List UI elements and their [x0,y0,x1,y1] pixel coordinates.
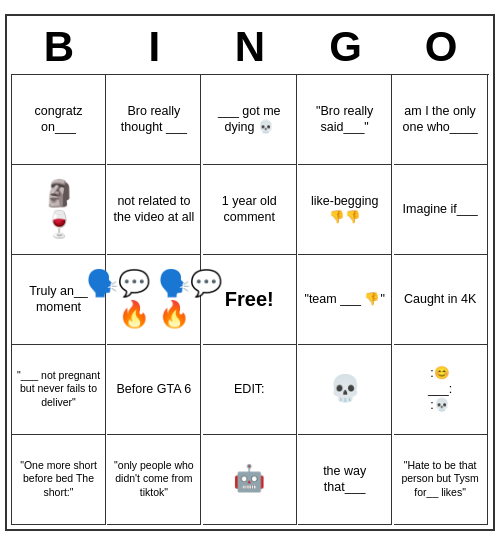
letter-i: I [107,26,201,68]
bingo-card: B I N G O congratz on___Bro really thoug… [5,14,495,531]
cell-text-r1c2: 1 year old comment [207,193,292,226]
cell-r1c0: 🗿 🍷 [12,165,106,255]
cell-text-r3c1: Before GTA 6 [116,381,191,397]
cell-text-r1c4: Imagine if___ [403,201,478,217]
cell-text-r3c4: :😊 ___: :💀 [428,365,452,414]
cell-r3c4: :😊 ___: :💀 [394,345,488,435]
cell-r3c1: Before GTA 6 [107,345,201,435]
cell-r1c4: Imagine if___ [394,165,488,255]
cell-r4c0: "One more short before bed The short:" [12,435,106,525]
cell-text-r2c2: Free! [225,287,274,312]
cell-r4c2: 🤖 [203,435,297,525]
bingo-grid: congratz on___Bro really thought ______ … [11,74,489,525]
cell-text-r2c3: "team ___ 👎" [304,291,384,307]
cell-text-r4c4: "Hate to be that person but Tysm for__ l… [398,459,483,498]
cell-text-r4c1: "only people who didn't come from tiktok… [111,459,196,498]
letter-o: O [394,26,488,68]
cell-r2c4: Caught in 4K [394,255,488,345]
cell-text-r1c3: like-begging 👎👎 [302,193,387,226]
cell-r4c1: "only people who didn't come from tiktok… [107,435,201,525]
cell-r4c3: the way that___ [298,435,392,525]
cell-r1c1: not related to the video at all [107,165,201,255]
cell-text-r3c0: "___ not pregnant but never fails to del… [16,369,101,408]
cell-r0c4: am I the only one who____ [394,75,488,165]
letter-n: N [203,26,297,68]
cell-r1c2: 1 year old comment [203,165,297,255]
cell-r2c1: 🗣️💬 🗣️💬 🔥 🔥 [107,255,201,345]
cell-text-r0c3: "Bro really said___" [302,103,387,136]
cell-r0c3: "Bro really said___" [298,75,392,165]
cell-text-r0c1: Bro really thought ___ [111,103,196,136]
cell-r1c3: like-begging 👎👎 [298,165,392,255]
cell-text-r2c4: Caught in 4K [404,291,476,307]
cell-text-r4c2: 🤖 [233,463,265,494]
cell-r0c1: Bro really thought ___ [107,75,201,165]
cell-text-r0c2: ___ got me dying 💀 [207,103,292,136]
cell-r3c0: "___ not pregnant but never fails to del… [12,345,106,435]
cell-text-r1c0: 🗿 🍷 [43,178,75,240]
cell-r2c3: "team ___ 👎" [298,255,392,345]
bingo-header: B I N G O [11,20,489,74]
cell-r0c2: ___ got me dying 💀 [203,75,297,165]
letter-g: G [299,26,393,68]
cell-r2c2: Free! [203,255,297,345]
cell-text-r1c1: not related to the video at all [111,193,196,226]
cell-r3c2: EDIT: [203,345,297,435]
cell-text-r4c3: the way that___ [302,463,387,496]
letter-b: B [12,26,106,68]
cell-text-r3c3: 💀 [329,373,361,404]
cell-text-r0c0: congratz on___ [16,103,101,136]
cell-r0c0: congratz on___ [12,75,106,165]
cell-r4c4: "Hate to be that person but Tysm for__ l… [394,435,488,525]
cell-text-r4c0: "One more short before bed The short:" [16,459,101,498]
cell-text-r0c4: am I the only one who____ [398,103,483,136]
cell-r3c3: 💀 [298,345,392,435]
cell-text-r2c1: 🗣️💬 🗣️💬 🔥 🔥 [86,268,221,330]
cell-text-r3c2: EDIT: [234,381,265,397]
